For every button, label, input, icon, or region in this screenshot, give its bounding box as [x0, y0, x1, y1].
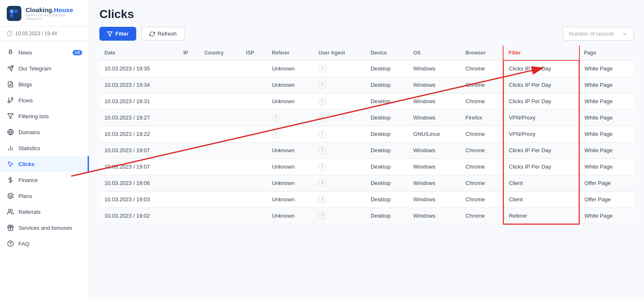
sidebar-item-finance[interactable]: Finance [0, 172, 89, 188]
cell-device: Desktop [366, 142, 408, 159]
timestamp-area: 10.03.2023 / 19:44 [0, 26, 89, 41]
cell-filter: VPN/Proxy [504, 109, 579, 126]
cell-user-agent: ? [314, 109, 366, 126]
cell-filter: VPN/Proxy [504, 126, 579, 142]
cell-ip [178, 60, 199, 77]
table-row: 10.03.2023 / 19:06 Unknown ? Desktop Win… [99, 175, 634, 191]
cell-page: White Page [579, 126, 634, 142]
sidebar-item-blogs[interactable]: Blogs [0, 76, 89, 92]
svg-rect-3 [14, 14, 18, 17]
cell-device: Desktop [366, 159, 408, 175]
cell-country [199, 191, 241, 208]
col-country: Country [199, 46, 241, 60]
svg-marker-26 [107, 31, 112, 36]
cell-country [199, 77, 241, 93]
cell-user-agent: ? [314, 93, 366, 109]
cell-user-agent: ? [314, 77, 366, 93]
cell-isp [241, 60, 267, 77]
cell-isp [241, 175, 267, 191]
cell-user-agent: ? [314, 191, 366, 208]
globe-icon [7, 128, 14, 136]
cell-date: 10.03.2023 / 19:31 [99, 93, 178, 109]
question-icon: ? [319, 212, 326, 220]
cell-country [199, 142, 241, 159]
cell-user-agent: ? [314, 159, 366, 175]
filter-button[interactable]: Filter [99, 27, 136, 41]
svg-point-21 [8, 209, 10, 211]
question-icon: ? [319, 114, 326, 122]
cell-device: Desktop [366, 93, 408, 109]
refresh-button[interactable]: Refresh [141, 27, 185, 41]
sidebar-item-services[interactable]: Services and bonuses [0, 220, 89, 236]
nav-label-services: Services and bonuses [18, 225, 82, 231]
cell-date: 10.03.2023 / 19:22 [99, 126, 178, 142]
users-icon [7, 208, 14, 216]
help-icon [7, 240, 14, 247]
nav-label-domains: Domains [18, 129, 82, 135]
question-icon: ? [319, 130, 326, 138]
sidebar-item-filtering[interactable]: Filtering lists [0, 108, 89, 124]
sidebar-item-faq[interactable]: FAQ [0, 236, 89, 252]
cell-os: Windows [408, 142, 460, 159]
records-select[interactable]: Number of records [563, 27, 634, 41]
question-icon: ? [319, 163, 326, 171]
table-container[interactable]: Date IP Country ISP Referer User Agent D… [89, 46, 644, 299]
cell-user-agent: ? [314, 142, 366, 159]
cell-filter: Clicks IP Per Day [504, 60, 579, 77]
cell-isp [241, 191, 267, 208]
sidebar-nav: News +3 Our Telegram Blogs Flows Filteri… [0, 41, 89, 299]
nav-label-finance: Finance [18, 177, 82, 183]
cell-page: White Page [579, 159, 634, 175]
cell-isp [241, 159, 267, 175]
cell-isp [241, 142, 267, 159]
header-row: Date IP Country ISP Referer User Agent D… [99, 46, 634, 60]
cell-ip [178, 126, 199, 142]
cell-page: White Page [579, 142, 634, 159]
sidebar-item-clicks[interactable]: Clicks [0, 156, 89, 172]
cell-os: Windows [408, 159, 460, 175]
cell-os: Windows [408, 208, 460, 224]
cell-browser: Chrome [460, 208, 503, 224]
svg-point-5 [9, 50, 11, 52]
sidebar-item-telegram[interactable]: Our Telegram [0, 60, 89, 76]
cell-country [199, 208, 241, 224]
clock-icon [7, 31, 13, 36]
cell-user-agent: ? [314, 208, 366, 224]
sidebar-item-plans[interactable]: Plans [0, 188, 89, 204]
bell-icon [7, 49, 14, 56]
col-filter: Filter [504, 46, 579, 60]
cell-device: Desktop [366, 77, 408, 93]
send-icon [7, 65, 14, 72]
cell-page: White Page [579, 93, 634, 109]
cell-country [199, 126, 241, 142]
nav-label-blogs: Blogs [18, 81, 82, 88]
cell-device: Desktop [366, 175, 408, 191]
sidebar-item-referrals[interactable]: Referrals [0, 204, 89, 220]
cell-os: Windows [408, 60, 460, 77]
cell-device: Desktop [366, 126, 408, 142]
table-body: 10.03.2023 / 19:35 Unknown ? Desktop Win… [99, 60, 634, 224]
cell-ip [178, 93, 199, 109]
layers-icon [7, 192, 14, 200]
cell-filter: Client [504, 175, 579, 191]
cell-date: 10.03.2023 / 19:03 [99, 191, 178, 208]
cell-browser: Chrome [460, 175, 503, 191]
question-icon: ? [319, 196, 326, 203]
table-header: Date IP Country ISP Referer User Agent D… [99, 46, 634, 60]
sidebar-item-flows[interactable]: Flows [0, 92, 89, 108]
cell-date: 10.03.2023 / 19:35 [99, 60, 178, 77]
sidebar-item-statistics[interactable]: Statistics [0, 140, 89, 156]
cell-country [199, 175, 241, 191]
cell-referer: Unknown [267, 77, 313, 93]
git-branch-icon [7, 96, 14, 104]
table-row: 10.03.2023 / 19:22 ? ? Desktop GNU/Linux… [99, 126, 634, 142]
nav-label-referrals: Referrals [18, 209, 82, 215]
nav-label-news: News [18, 49, 67, 56]
col-user-agent: User Agent [314, 46, 366, 60]
sidebar-item-news[interactable]: News +3 [0, 44, 89, 60]
sidebar-item-domains[interactable]: Domains [0, 124, 89, 140]
cell-browser: Chrome [460, 191, 503, 208]
nav-label-filtering: Filtering lists [18, 113, 82, 120]
svg-marker-13 [8, 114, 13, 119]
cell-filter: Clicks IP Per Day [504, 159, 579, 175]
